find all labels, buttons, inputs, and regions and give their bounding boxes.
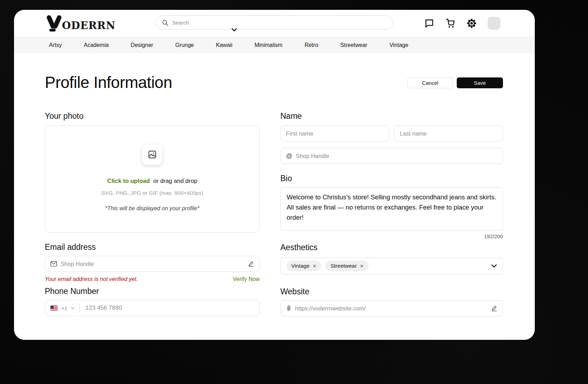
email-input[interactable]	[61, 261, 244, 267]
upload-note: *This will be displayed on your profile*	[45, 205, 259, 212]
phone-field-container: +1	[45, 300, 260, 316]
action-buttons: Cancel Save	[407, 77, 503, 88]
drag-drop-text: or drag and drop	[153, 178, 197, 184]
nav-item-vintage[interactable]: Vintage	[390, 42, 408, 48]
tag-chip-streetwear: Streetwear ✕	[326, 261, 369, 271]
remove-tag-icon[interactable]: ✕	[313, 264, 316, 268]
nav-item-designer[interactable]: Designer	[131, 42, 153, 48]
shop-handle-input[interactable]	[296, 153, 497, 159]
website-heading: Website	[280, 287, 503, 296]
cancel-button[interactable]: Cancel	[407, 77, 453, 88]
us-flag-icon	[50, 306, 58, 310]
right-column: Name @ Bio Welcome to Christus’s store! …	[280, 111, 503, 316]
brand-logo[interactable]: ODERRN	[46, 15, 115, 32]
header: ODERRN	[14, 10, 535, 37]
edit-pencil-icon[interactable]	[491, 305, 497, 311]
brand-name: ODERRN	[62, 21, 115, 32]
click-to-upload-link[interactable]: Click to upload	[107, 178, 150, 184]
phone-input[interactable]	[85, 304, 254, 311]
last-name-input[interactable]	[400, 130, 497, 137]
avatar[interactable]	[488, 17, 500, 30]
first-name-field-container	[280, 125, 389, 142]
tag-label: Streetwear	[330, 263, 357, 269]
save-button[interactable]: Save	[457, 77, 503, 88]
at-sign-icon: @	[286, 152, 292, 160]
upload-formats: SVG, PNG, JPG or GIF (max. 800×400px)	[45, 190, 259, 196]
category-nav: Artsy Academia Designer Grunge Kawaii Mi…	[14, 37, 535, 53]
upload-instructions: Click to upload or drag and drop	[45, 178, 259, 185]
nav-item-streetwear[interactable]: Streetwear	[340, 42, 367, 48]
shop-handle-field-container: @	[280, 148, 503, 164]
last-name-field-container	[394, 125, 503, 142]
email-heading: Email address	[45, 242, 260, 252]
aesthetics-select[interactable]: Vintage ✕ Streetwear ✕	[280, 258, 503, 274]
left-column: Your photo Click to upload or drag and d…	[45, 111, 260, 316]
divider	[79, 303, 80, 313]
first-name-input[interactable]	[286, 130, 384, 137]
verify-now-link[interactable]: Verify Now	[233, 276, 260, 282]
website-field-container	[280, 300, 503, 316]
image-icon	[148, 150, 157, 159]
email-verification-row: Your email address is not verified yet. …	[45, 276, 260, 282]
email-field-container	[45, 256, 260, 272]
envelope-icon	[50, 261, 57, 267]
website-input[interactable]	[295, 305, 488, 312]
photo-heading: Your photo	[45, 111, 260, 121]
name-heading: Name	[280, 111, 503, 121]
settings-gear-icon[interactable]	[467, 18, 477, 28]
nav-item-kawaii[interactable]: Kawaii	[216, 42, 232, 48]
nav-item-academia[interactable]: Academia	[84, 42, 108, 48]
page-title: Profile Information	[45, 73, 172, 92]
paperclip-icon	[286, 305, 292, 312]
nav-item-retro[interactable]: Retro	[304, 42, 318, 48]
bio-heading: Bio	[280, 174, 503, 183]
edit-pencil-icon[interactable]	[248, 261, 254, 267]
tag-label: Vintage	[291, 263, 309, 269]
search-input[interactable]	[172, 20, 387, 26]
bio-textarea[interactable]: Welcome to Christus’s store! Selling mos…	[280, 187, 503, 231]
aesthetics-heading: Aesthetics	[280, 243, 503, 252]
remove-tag-icon[interactable]: ✕	[360, 264, 364, 268]
country-chevron-down-icon[interactable]	[71, 307, 75, 309]
upload-image-button[interactable]	[142, 144, 163, 165]
chat-icon[interactable]	[424, 18, 434, 28]
search-bar[interactable]	[156, 15, 393, 30]
bio-char-counter: 192/200	[280, 233, 503, 239]
brand-v-icon	[46, 15, 62, 32]
search-chevron-down-icon[interactable]	[230, 28, 238, 32]
nav-item-minimalism[interactable]: Minimalism	[254, 42, 282, 48]
app-window: ODERRN	[14, 10, 535, 340]
tag-chip-vintage: Vintage ✕	[286, 261, 321, 271]
country-code: +1	[61, 305, 67, 311]
email-error-text: Your email address is not verified yet.	[45, 276, 138, 282]
header-icons	[424, 16, 500, 30]
phone-heading: Phone Number	[45, 287, 260, 296]
search-icon	[162, 19, 169, 26]
cart-icon[interactable]	[445, 18, 456, 28]
name-row	[280, 125, 503, 142]
aesthetics-chevron-down-icon[interactable]	[491, 264, 497, 268]
nav-item-grunge[interactable]: Grunge	[175, 42, 194, 48]
nav-item-artsy[interactable]: Artsy	[49, 42, 62, 48]
photo-upload-dropzone[interactable]: Click to upload or drag and drop SVG, PN…	[45, 125, 260, 233]
